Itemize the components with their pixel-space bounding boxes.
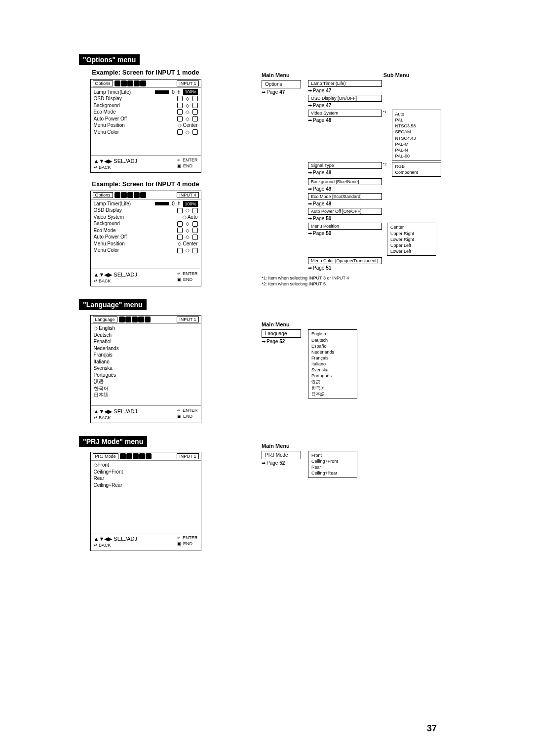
osd-row: OSD Display◇ [94,95,198,102]
lang-input-badge: INPUT 1 [177,317,198,322]
osd-tab-icons [119,317,151,322]
prj-tree-block: Main Menu PRJ Mode Page 52 FrontCeiling+… [262,443,459,478]
osd-language-box: Language INPUT 1 ◇ EnglishDeutschEspañol… [90,315,201,423]
language-menu-header: "Language" menu [79,299,147,310]
tree-item: Video SystemPage 48*1AutoPALNTSC3.58SECA… [308,110,441,160]
osd-footer: ▲▼◀▶ SEL./ADJ.↵ BACK ↵ ENTER▣ END [91,406,201,423]
prj-menu-header: "PRJ Mode" menu [79,436,147,447]
tree-main-box: Options [262,80,301,88]
options-menu-header: "Options" menu [79,54,140,65]
osd-row: Auto Power Off◇ [94,234,198,240]
osd-row: Português [94,372,198,379]
page-ref: Page 47 [262,89,301,95]
tree-sub-options: CenterUpper RightLower RightUpper LeftLo… [387,223,436,256]
page-number: 37 [427,723,437,734]
page-ref: Page 52 [262,460,301,466]
osd-input1-box: Options INPUT 1 Lamp Timer(Life)0h100%OS… [90,79,201,173]
osd-row: Menu Position◇ Center [94,240,198,247]
example4-title: Example: Screen for INPUT 4 mode [79,180,212,189]
osd-row: Background◇ [94,102,198,109]
osd-row: Lamp Timer(Life)0h100% [94,200,198,207]
osd-row: Nederlands [94,345,198,352]
prj-input-badge: INPUT 1 [177,453,198,459]
osd-row: Video System◇ Auto [94,214,198,221]
options-tree-block: Main Menu Sub Menu Options Page 47 Lamp … [262,72,459,287]
osd-row: Deutsch [94,332,198,339]
osd-input4-box: Options INPUT 4 Lamp Timer(Life)0h100%OS… [90,191,201,286]
osd-row: Eco Mode◇ [94,109,198,116]
lang-tab: Language [93,317,117,322]
tree-main-box: Language [262,329,301,338]
osd-row: Italiano [94,358,198,365]
tree-item: Menu Color [Opaque/Translucent]Page 51 [308,257,441,271]
osd-row: Menu Color◇ [94,247,198,254]
osd-row: Español [94,338,198,345]
osd1-tab: Options [93,80,113,86]
right-column: Main Menu Sub Menu Options Page 47 Lamp … [262,54,459,558]
osd4-tab: Options [93,192,113,198]
main-menu-title: Main Menu [262,321,459,327]
osd-row: Menu Color◇ [94,129,198,136]
tree-main-box: PRJ Mode [262,451,301,459]
osd-footer: ▲▼◀▶ SEL./ADJ.↵ BACK ↵ ENTER▣ END [91,156,201,172]
osd-row: Background◇ [94,220,198,227]
page-content: "Options" menu Example: Screen for INPUT… [79,54,489,558]
prj-tab: PRJ Mode [93,453,118,459]
left-column: "Options" menu Example: Screen for INPUT… [79,54,212,558]
osd-row: Ceiling+Front [94,469,198,476]
osd-row: 汉语 [94,378,198,385]
osd-row: 日本語 [94,392,198,398]
page-ref: Page 52 [262,339,301,344]
tree-notes: *1: Item when selecting INPUT 3 or INPUT… [262,276,459,287]
osd-row: Rear [94,475,198,482]
osd-row: ◇Front [94,462,198,469]
osd-row: Ceiling+Rear [94,482,198,489]
osd1-input-badge: INPUT 1 [177,80,198,86]
osd-tab-icons [114,192,146,198]
language-options: EnglishDeutschEspañolNederlandsFrançaisI… [308,329,357,398]
osd-prj-box: PRJ Mode INPUT 1 ◇FrontCeiling+FrontRear… [90,452,201,551]
osd-row: OSD Display◇ [94,207,198,214]
language-tree-block: Main Menu Language Page 52 EnglishDeutsc… [262,321,459,398]
osd-row: Menu Position◇ Center [94,122,198,129]
tree-item: Eco Mode [Eco/Standard]Page 49 [308,193,441,206]
osd4-input-badge: INPUT 4 [177,192,198,198]
osd-row: Eco Mode◇ [94,227,198,234]
tree-sub-options: AutoPALNTSC3.58SECAMNTSC4.43PAL-MPAL-NPA… [392,110,441,160]
osd-tab-icons [114,80,146,86]
osd-footer: ▲▼◀▶ SEL./ADJ.↵ BACK ↵ ENTER▣ END [91,533,201,550]
main-menu-title: Main Menu [262,72,290,78]
tree-sub-options: RGBComponent [392,162,441,177]
tree-item: Lamp Timer (Life)Page 47 [308,80,441,93]
main-menu-title: Main Menu [262,443,459,449]
tree-item: Background [Blue/None]Page 49 [308,178,441,192]
osd-row: Svenska [94,365,198,372]
osd-row: 한국어 [94,385,198,392]
prj-options: FrontCeiling+FrontRearCeiling+Rear [308,451,357,478]
tree-item: Menu PositionPage 50CenterUpper RightLow… [308,223,441,256]
osd-row: Lamp Timer(Life)0h100% [94,89,198,96]
tree-item: OSD Display [ON/OFF]Page 47 [308,95,441,108]
osd-row: Auto Power Off◇ [94,116,198,122]
tree-item: Signal TypePage 48*2RGBComponent [308,162,441,177]
osd-tab-icons [120,453,152,459]
osd-row: ◇ English [94,325,198,332]
sub-menu-title: Sub Menu [383,72,410,78]
tree-item: Auto Power Off [ON/OFF]Page 50 [308,208,441,221]
example1-title: Example: Screen for INPUT 1 mode [79,68,212,77]
osd-footer: ▲▼◀▶ SEL./ADJ.↵ BACK ↵ ENTER▣ END [91,269,201,286]
osd-row: Français [94,352,198,358]
